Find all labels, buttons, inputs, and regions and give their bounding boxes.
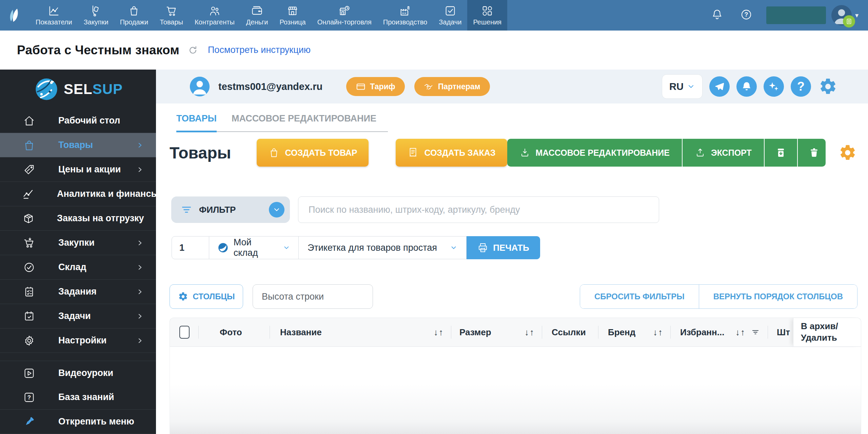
- sidebar-item-zakazy-na-otgruzku[interactable]: Заказы на отгрузку: [0, 206, 156, 231]
- print-button[interactable]: ПЕЧАТЬ: [467, 236, 540, 259]
- filter-expand-icon[interactable]: [269, 202, 284, 218]
- topnav-item-zakupki[interactable]: Закупки: [78, 0, 114, 31]
- language-selector[interactable]: RU: [662, 74, 703, 99]
- column-header-razmer[interactable]: Размер ↓↑: [451, 318, 542, 346]
- create-product-button[interactable]: СОЗДАТЬ ТОВАР: [257, 139, 369, 167]
- sort-toggle[interactable]: ↓↑: [434, 327, 444, 338]
- user-menu-caret-icon[interactable]: ▾: [855, 11, 859, 19]
- label-template-select[interactable]: Этикетка для товаров простая: [299, 236, 467, 259]
- account-avatar-icon[interactable]: [190, 77, 210, 96]
- user-bar-actions: RU ?: [662, 74, 837, 99]
- sidebar-item-nastroyki[interactable]: Настройки: [0, 328, 156, 353]
- export-button[interactable]: ЭКСПОРТ: [682, 139, 764, 167]
- trash-icon: [809, 147, 820, 158]
- mass-edit-button[interactable]: МАССОВОЕ РЕДАКТИРОВАНИЕ: [507, 139, 682, 167]
- topnav-item-label: Задачи: [439, 18, 461, 26]
- topnav-item-label: Деньги: [246, 18, 268, 26]
- selsup-logo[interactable]: SELSUP: [0, 70, 156, 109]
- apps-grid-icon: [481, 5, 493, 17]
- sidebar-item-rabochiy-stol[interactable]: Рабочий стол: [0, 109, 156, 133]
- user-bar: testms001@yandex.ru Тариф Партнерам RU: [156, 70, 868, 103]
- reset-filters-button[interactable]: СБРОСИТЬ ФИЛЬТРЫ: [580, 285, 699, 308]
- instruction-link[interactable]: Посмотреть инструкцию: [208, 45, 311, 55]
- sidebar-item-tovary[interactable]: Товары: [0, 133, 156, 157]
- restore-columns-button[interactable]: ВЕРНУТЬ ПОРЯДОК СТОЛБЦОВ: [699, 285, 857, 308]
- columns-button[interactable]: СТОЛБЦЫ: [170, 284, 243, 309]
- telegram-icon: [714, 81, 725, 92]
- topnav-item-zadachi[interactable]: Задачи: [433, 0, 467, 31]
- column-header-ssylki[interactable]: Ссылки: [542, 318, 598, 346]
- row-height-input[interactable]: [253, 284, 373, 309]
- sidebar-item-sklad[interactable]: Склад: [0, 255, 156, 280]
- topnav-item-dengi[interactable]: Деньги: [240, 0, 274, 31]
- warehouse-select[interactable]: Мой склад: [209, 236, 299, 259]
- column-header-brend[interactable]: Бренд ↓↑: [598, 318, 671, 346]
- topnav-item-tovary[interactable]: Товары: [154, 0, 189, 31]
- topnav-item-resheniya[interactable]: Решения: [467, 0, 507, 31]
- sidebar-item-label: Задачи: [58, 311, 91, 321]
- select-all-checkbox[interactable]: [179, 326, 190, 339]
- search-input[interactable]: [298, 196, 659, 223]
- question-square-icon: ?: [22, 391, 36, 404]
- copies-field[interactable]: [172, 236, 209, 259]
- help-circle-icon[interactable]: ?: [740, 8, 753, 22]
- column-header-foto[interactable]: Фото: [199, 318, 270, 346]
- topnav-item-prodazhi[interactable]: Продажи: [114, 0, 154, 31]
- sidebar-item-tseny-i-aktsii[interactable]: Цены и акции: [0, 157, 156, 182]
- table-controls-row: СТОЛБЦЫ СБРОСИТЬ ФИЛЬТРЫ ВЕРНУТЬ ПОРЯДОК…: [156, 284, 868, 309]
- settings-gear-button[interactable]: [818, 77, 837, 96]
- sidebar-item-videouroki[interactable]: Видеоуроки: [0, 361, 156, 385]
- help-button[interactable]: ?: [791, 76, 811, 97]
- tab-tovary[interactable]: ТОВАРЫ: [176, 113, 217, 132]
- wave-logo-icon: [6, 6, 24, 24]
- products-table: Фото Название ↓↑ Размер ↓↑ Ссылки Бренд: [170, 318, 861, 434]
- topnav-item-roznitsa[interactable]: Розница: [274, 0, 311, 31]
- sort-toggle[interactable]: ↓↑: [653, 327, 663, 338]
- column-header-izbrannoe[interactable]: Избранн... ↓↑: [671, 318, 768, 346]
- home-icon: [22, 114, 36, 128]
- column-filter-icon[interactable]: [751, 328, 760, 337]
- user-name-redacted: [766, 6, 826, 24]
- columns-label: СТОЛБЦЫ: [193, 292, 235, 301]
- sidebar-item-zadachi[interactable]: Задачи: [0, 304, 156, 328]
- table-settings-gear-button[interactable]: [839, 144, 857, 162]
- column-header-sht[interactable]: Шт: [768, 318, 794, 346]
- sidebar-item-analitika-i-finansy[interactable]: Аналитика и финансы: [0, 182, 156, 206]
- column-label: Бренд: [608, 327, 635, 338]
- sidebar-item-baza-znaniy[interactable]: ? База знаний: [0, 385, 156, 410]
- play-square-icon: [22, 366, 36, 380]
- create-order-button[interactable]: СОЗДАТЬ ЗАКАЗ: [396, 139, 507, 167]
- account-email[interactable]: testms001@yandex.ru: [218, 81, 322, 92]
- chevron-right-icon: [136, 141, 144, 150]
- sort-toggle[interactable]: ↓↑: [525, 327, 535, 338]
- topnav-item-label: Закупки: [84, 18, 108, 26]
- sort-toggle[interactable]: ↓↑: [735, 327, 746, 338]
- telegram-button[interactable]: [709, 76, 730, 97]
- archive-label-line2: Удалить: [801, 332, 861, 344]
- sidebar-item-otkrepit-menyu[interactable]: Открепить меню: [0, 410, 156, 434]
- refresh-icon[interactable]: [188, 45, 198, 55]
- notifications-button[interactable]: [736, 76, 757, 97]
- sidebar-item-zakupki[interactable]: Закупки: [0, 231, 156, 255]
- filter-button[interactable]: ФИЛЬТР: [171, 196, 290, 223]
- user-avatar[interactable]: [831, 5, 852, 25]
- cloud-logo[interactable]: [0, 0, 30, 31]
- cart-arrow-icon: [22, 236, 36, 250]
- ai-assistant-button[interactable]: [764, 76, 784, 97]
- tariff-button[interactable]: Тариф: [346, 77, 405, 96]
- topnav-item-kontragenty[interactable]: Контрагенты: [189, 0, 240, 31]
- sidebar-item-zadaniya[interactable]: Задания: [0, 280, 156, 304]
- column-label: Ссылки: [552, 327, 586, 338]
- column-header-nazvanie[interactable]: Название ↓↑: [270, 318, 451, 346]
- partners-button[interactable]: Партнерам: [414, 77, 490, 96]
- topnav-item-label: Решения: [473, 18, 501, 26]
- archive-button[interactable]: [764, 139, 797, 167]
- partners-label: Партнерам: [438, 82, 480, 91]
- topnav-item-proizvodstvo[interactable]: Производство: [377, 0, 433, 31]
- notifications-bell-icon[interactable]: [711, 8, 724, 22]
- copies-input[interactable]: [179, 243, 200, 253]
- topnav-item-pokazateli[interactable]: Показатели: [30, 0, 78, 31]
- topnav-item-online-torgovlya[interactable]: Онлайн-торговля: [312, 0, 377, 31]
- tab-massovoe-redaktirovanie[interactable]: МАССОВОЕ РЕДАКТИРОВАНИЕ: [232, 113, 376, 132]
- delete-button[interactable]: [797, 139, 826, 167]
